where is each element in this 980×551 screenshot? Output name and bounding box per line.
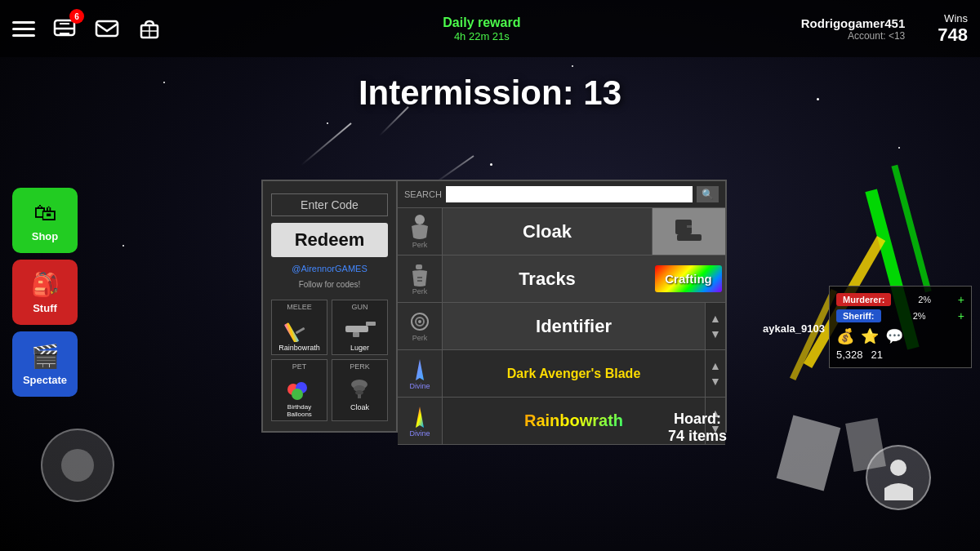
murderer-plus[interactable]: + [958, 293, 964, 306]
joystick[interactable] [41, 429, 114, 502]
perk-tracks-name[interactable]: Tracks [443, 269, 652, 290]
arrow-down-2[interactable]: ▼ [710, 375, 721, 388]
star-stat-icon: ⭐ [861, 327, 879, 345]
perk-identifier-name[interactable]: Identifier [443, 316, 705, 337]
perk-rb-tag: Divine [409, 429, 430, 438]
perk-icon-cloak: Perk [398, 208, 443, 255]
melee-name: Rainbowrath [278, 344, 320, 352]
perk-icon-area [340, 371, 381, 403]
topbar-user: Rodrigogamer451 Account: <13 [801, 16, 906, 42]
wins-label: Wins [938, 12, 968, 24]
main-dialog: Enter Code Redeem @AirennorGAMES Follow … [261, 180, 727, 433]
avatar-button[interactable] [866, 445, 931, 510]
svg-rect-9 [295, 327, 305, 334]
perk-dark-avenger-name[interactable]: Dark Avenger's Blade [443, 367, 705, 381]
follow-text: Follow for codes! [299, 280, 361, 289]
perk-icon-tracks: Perk [398, 256, 443, 302]
search-label: SEARCH [404, 189, 442, 199]
perk-tracks-tag: Perk [412, 287, 428, 295]
svg-rect-12 [353, 332, 359, 337]
star [327, 122, 328, 124]
perk-icon-rainbowrath: Divine [398, 398, 443, 444]
enter-code-label: Enter Code [271, 193, 388, 216]
svg-rect-4 [96, 21, 118, 36]
menu-icon[interactable] [12, 21, 35, 37]
topbar-center: Daily reward 4h 22m 21s [163, 16, 801, 42]
star [898, 147, 900, 149]
perk-icon-identifier: Perk [398, 303, 443, 349]
stars-count: 21 [871, 349, 883, 361]
pet-name: Birthday Balloons [274, 403, 324, 418]
svg-rect-10 [345, 326, 368, 332]
message-icon-btn[interactable] [94, 16, 120, 42]
arrow-up-2[interactable]: ▲ [710, 359, 721, 372]
search-input[interactable] [446, 186, 693, 202]
topbar-left: 6 [12, 16, 163, 42]
shooting-trail [301, 122, 352, 166]
spectate-button[interactable]: 🎬 Spectate [12, 331, 78, 397]
shop-button[interactable]: 🛍 Shop [12, 188, 78, 253]
perk-tracks-figure [409, 263, 430, 287]
code-panel: Enter Code Redeem @AirennorGAMES Follow … [263, 181, 398, 431]
shop-label: Shop [32, 230, 59, 242]
pet-label: PET [292, 362, 307, 371]
sheriff-plus[interactable]: + [958, 309, 964, 322]
perk-identifier-figure [409, 311, 430, 334]
perk-cloak-name[interactable]: Cloak [443, 221, 652, 242]
melee-label: MELEE [287, 303, 312, 311]
perk-identifier-tag: Perk [412, 334, 428, 342]
arrow-up[interactable]: ▲ [710, 312, 721, 325]
item-perk[interactable]: PERK Cloak [332, 359, 388, 421]
perk-row-cloak[interactable]: Perk Cloak [398, 208, 725, 256]
stat-icons: 💰 ⭐ 💬 [836, 327, 964, 345]
username: Rodrigogamer451 [801, 16, 906, 30]
item-gun[interactable]: GUN Luger [332, 300, 388, 355]
daily-reward-label: Daily reward [163, 16, 801, 30]
perk-label: PERK [350, 362, 370, 371]
perk-dark-tag: Divine [409, 382, 430, 390]
svg-point-30 [890, 460, 906, 476]
stuff-button[interactable]: 🎒 Stuff [12, 260, 78, 325]
perk-row-identifier[interactable]: Perk Identifier ▲ ▼ [398, 303, 725, 350]
item-melee[interactable]: MELEE Rainbowrath [271, 300, 327, 355]
hoard-label: Hoard: [668, 411, 727, 428]
gun-name: Luger [350, 344, 369, 352]
svg-point-15 [292, 389, 303, 400]
perk-rainbowrath-name[interactable]: Rainbowrath [443, 411, 705, 430]
daily-reward-timer: 4h 22m 21s [163, 30, 801, 42]
arrow-cell-2: ▲ ▼ [705, 350, 725, 397]
airennor-text: @AirennorGAMES [292, 264, 367, 273]
murderer-pct: 2% [918, 295, 931, 304]
murderer-row: Murderer: 2% + [836, 293, 964, 306]
stuff-icon: 🎒 [31, 271, 60, 298]
arrow-down[interactable]: ▼ [710, 327, 721, 340]
star [163, 82, 165, 83]
perk-panel: SEARCH 🔍 Perk Cloak [398, 181, 725, 431]
spectate-icon: 🎬 [31, 343, 60, 370]
svg-point-29 [418, 320, 421, 323]
sheriff-row: Sheriff: 2% + [836, 309, 964, 322]
coins-count: 5,328 [836, 349, 863, 361]
chat-stat-icon: 💬 [885, 327, 903, 345]
bag-icon-btn[interactable] [136, 16, 163, 42]
star [572, 65, 573, 67]
chat-icon-btn[interactable]: 6 [51, 16, 78, 42]
perk-cloak-tag: Perk [412, 241, 428, 249]
perk-dark-avenger-figure [409, 358, 430, 382]
item-pet[interactable]: PET Birthday Balloons [271, 359, 327, 421]
perk-row-dark-avenger[interactable]: Divine Dark Avenger's Blade ▲ ▼ [398, 350, 725, 398]
wins-count: 748 [938, 24, 968, 46]
sheriff-pct: 2% [913, 311, 926, 321]
stuff-label: Stuff [33, 302, 57, 314]
hammer-cell [652, 208, 725, 255]
arrow-cell: ▲ ▼ [705, 303, 725, 349]
chat-badge: 6 [69, 9, 84, 24]
player-name-overlay: aykala_9103 [763, 322, 825, 335]
redeem-button[interactable]: Redeem [271, 223, 388, 257]
perk-cloak-figure [408, 215, 431, 241]
search-button[interactable]: 🔍 [697, 186, 719, 202]
hoard-count: 74 items [668, 428, 727, 445]
perk-row-tracks[interactable]: Perk Tracks Crafting [398, 256, 725, 303]
shop-icon: 🛍 [33, 199, 56, 226]
crafting-button[interactable]: Crafting [655, 265, 722, 292]
